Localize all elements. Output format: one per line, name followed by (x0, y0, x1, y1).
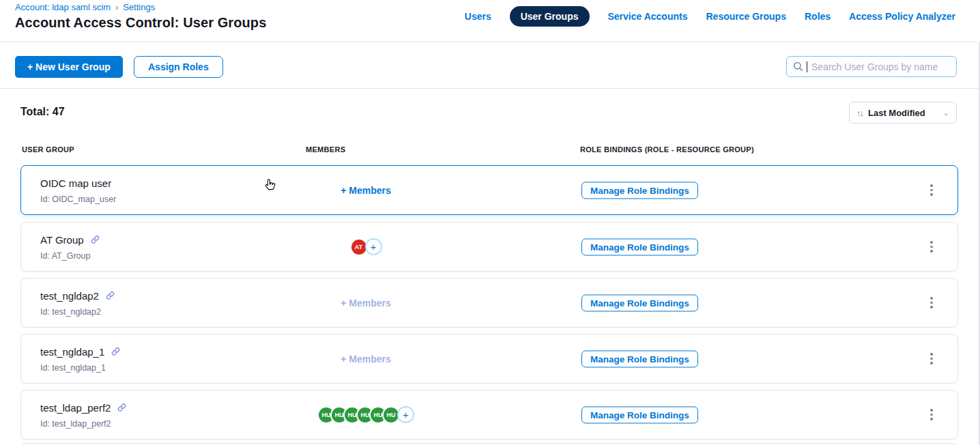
search-icon (793, 61, 803, 72)
new-user-group-button[interactable]: + New User Group (15, 56, 123, 78)
linked-group-icon[interactable] (91, 235, 100, 244)
user-group-row[interactable]: AT Group Id: AT_Group AT+ Manage Role Bi… (20, 222, 958, 272)
role-bindings-cell: Manage Role Bindings (581, 294, 698, 311)
nav-tab-access-policy-analyzer[interactable]: Access Policy Analyzer (849, 11, 955, 22)
breadcrumb-settings-link[interactable]: Settings (123, 2, 155, 12)
group-name: AT Group (40, 233, 84, 245)
total-count: Total: 47 (20, 106, 65, 118)
group-name-cell: test_ngldap_1 Id: test_ngldap_1 (40, 345, 120, 372)
breadcrumb-separator-icon: › (115, 3, 118, 12)
group-name: OIDC map user (40, 177, 111, 188)
member-avatars: HUHUHUHUHUHU+ (317, 406, 414, 424)
members-cell: + Members (308, 166, 424, 214)
assign-roles-button[interactable]: Assign Roles (134, 56, 223, 78)
sort-dropdown[interactable]: ↑↓ Last Modified ⌄ (849, 102, 957, 124)
add-member-button[interactable]: + (365, 238, 382, 255)
role-bindings-cell: Manage Role Bindings (581, 406, 698, 423)
user-group-row[interactable]: test_ldap_perf2 Id: test_ldap_perf2 HUHU… (20, 390, 958, 440)
group-name: test_ngldap_1 (40, 345, 104, 357)
column-header-role-bindings: ROLE BINDINGS (ROLE - RESOURCE GROUP) (580, 145, 754, 154)
user-group-row[interactable]: test_ngldap2 Id: test_ngldap2 + Members … (20, 278, 958, 328)
column-header-members: MEMBERS (306, 145, 345, 154)
nav-tab-resource-groups[interactable]: Resource Groups (706, 11, 786, 22)
nav-tab-users[interactable]: Users (465, 11, 491, 22)
manage-role-bindings-button[interactable]: Manage Role Bindings (581, 294, 698, 311)
manage-role-bindings-button[interactable]: Manage Role Bindings (581, 238, 698, 255)
linked-group-icon[interactable] (111, 347, 120, 356)
group-id: Id: AT_Group (40, 250, 100, 260)
breadcrumb: Account: ldap saml scim › Settings (15, 2, 155, 12)
group-name: test_ldap_perf2 (40, 401, 111, 413)
column-header-user-group: USER GROUP (22, 145, 74, 154)
group-id: Id: test_ngldap_1 (40, 362, 120, 372)
group-name-cell: OIDC map user Id: OIDC_map_user (40, 177, 116, 203)
page-title: Account Access Control: User Groups (15, 15, 266, 31)
add-members-link: + Members (341, 354, 391, 364)
nav-tab-user-groups[interactable]: User Groups (510, 6, 590, 27)
manage-role-bindings-button[interactable]: Manage Role Bindings (581, 182, 698, 199)
sort-arrows-icon: ↑↓ (856, 108, 863, 118)
role-bindings-cell: Manage Role Bindings (581, 238, 698, 255)
page-header: Account: ldap saml scim › Settings Accou… (0, 0, 980, 42)
group-name-cell: AT Group Id: AT_Group (40, 233, 100, 260)
group-id: Id: test_ldap_perf2 (40, 418, 126, 428)
group-name: test_ngldap2 (40, 289, 99, 301)
members-cell: + Members (308, 278, 424, 327)
user-group-row[interactable]: test_ngldap_1 Id: test_ngldap_1 + Member… (20, 334, 958, 384)
manage-role-bindings-button[interactable]: Manage Role Bindings (581, 406, 698, 423)
role-bindings-cell: Manage Role Bindings (581, 350, 698, 367)
breadcrumb-account-link[interactable]: Account: ldap saml scim (15, 2, 111, 12)
search-box[interactable] (786, 56, 957, 77)
group-id: Id: test_ngldap2 (40, 306, 115, 316)
add-member-button[interactable]: + (397, 406, 414, 423)
text-caret (807, 61, 807, 72)
members-cell: + Members (308, 334, 424, 383)
role-bindings-cell: Manage Role Bindings (581, 182, 698, 199)
user-group-row[interactable]: OIDC map user Id: OIDC_map_user + Member… (20, 165, 958, 215)
add-members-link: + Members (341, 298, 391, 308)
members-cell: HUHUHUHUHUHU+ (308, 390, 424, 439)
linked-group-icon[interactable] (106, 291, 115, 300)
nav-tab-roles[interactable]: Roles (805, 11, 831, 22)
row-options-menu-icon[interactable] (923, 180, 940, 201)
chevron-down-icon: ⌄ (943, 109, 949, 117)
members-cell: AT+ (308, 222, 424, 271)
group-name-cell: test_ldap_perf2 Id: test_ldap_perf2 (40, 401, 126, 428)
manage-role-bindings-button[interactable]: Manage Role Bindings (581, 350, 698, 367)
linked-group-icon[interactable] (117, 403, 126, 412)
toolbar: + New User Group Assign Roles (0, 43, 980, 89)
row-options-menu-icon[interactable] (923, 349, 940, 369)
row-options-menu-icon[interactable] (923, 237, 940, 257)
nav-tab-service-accounts[interactable]: Service Accounts (608, 11, 688, 22)
member-avatars: AT+ (350, 238, 382, 256)
group-id: Id: OIDC_map_user (40, 194, 116, 203)
sort-selected-value: Last Modified (868, 108, 938, 118)
row-options-menu-icon[interactable] (923, 405, 940, 425)
row-options-menu-icon[interactable] (923, 293, 940, 313)
nav-tabs: UsersUser GroupsService AccountsResource… (465, 5, 955, 27)
group-name-cell: test_ngldap2 Id: test_ngldap2 (40, 289, 115, 316)
add-members-link[interactable]: + Members (341, 185, 391, 196)
search-input[interactable] (811, 61, 948, 72)
